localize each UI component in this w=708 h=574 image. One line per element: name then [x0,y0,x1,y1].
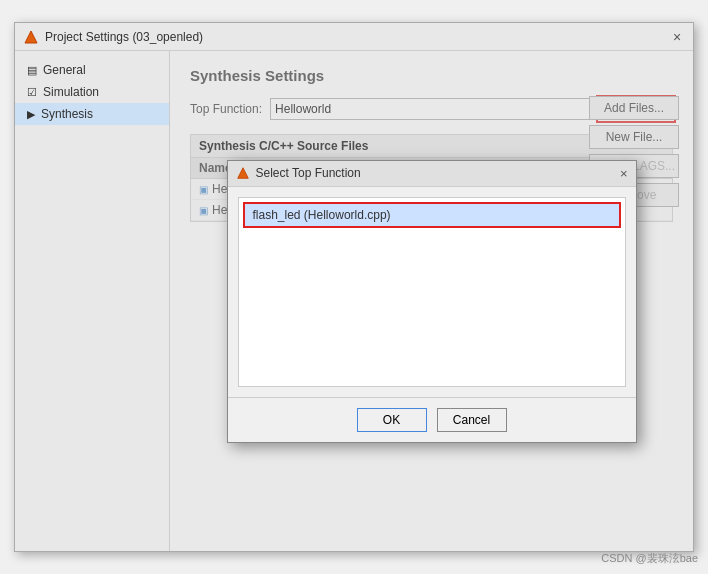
window-title: Project Settings (03_openled) [45,30,203,44]
window-close-button[interactable]: × [669,29,685,45]
modal-title-bar: Select Top Function × [228,161,636,187]
function-list[interactable]: flash_led (Helloworld.cpp) [238,197,626,387]
sidebar-item-simulation-label: Simulation [43,85,99,99]
app-icon [23,29,39,45]
svg-marker-1 [237,168,248,179]
modal-title-left: Select Top Function [236,166,361,180]
function-list-item[interactable]: flash_led (Helloworld.cpp) [243,202,621,228]
modal-title: Select Top Function [256,166,361,180]
title-bar-left: Project Settings (03_openled) [23,29,203,45]
modal-close-button[interactable]: × [620,166,628,181]
simulation-icon: ☑ [27,86,37,99]
sidebar-item-simulation[interactable]: ☑ Simulation [15,81,169,103]
main-content: Synthesis Settings Top Function: Browse.… [170,51,693,551]
sidebar-item-general-label: General [43,63,86,77]
sidebar-item-general[interactable]: ▤ General [15,59,169,81]
main-window: Project Settings (03_openled) × ▤ Genera… [14,22,694,552]
window-body: ▤ General ☑ Simulation ▶ Synthesis Synth… [15,51,693,551]
title-bar: Project Settings (03_openled) × [15,23,693,51]
svg-marker-0 [25,31,37,43]
modal-footer: OK Cancel [228,397,636,442]
select-top-function-modal: Select Top Function × flash_led (Hellowo… [227,160,637,443]
watermark: CSDN @裴珠泫bae [601,551,698,566]
modal-cancel-button[interactable]: Cancel [437,408,507,432]
modal-ok-button[interactable]: OK [357,408,427,432]
synthesis-icon: ▶ [27,108,35,121]
modal-overlay: Select Top Function × flash_led (Hellowo… [170,51,693,551]
sidebar-item-synthesis[interactable]: ▶ Synthesis [15,103,169,125]
general-icon: ▤ [27,64,37,77]
modal-body: flash_led (Helloworld.cpp) [228,187,636,397]
modal-app-icon [236,166,250,180]
sidebar-item-synthesis-label: Synthesis [41,107,93,121]
sidebar: ▤ General ☑ Simulation ▶ Synthesis [15,51,170,551]
